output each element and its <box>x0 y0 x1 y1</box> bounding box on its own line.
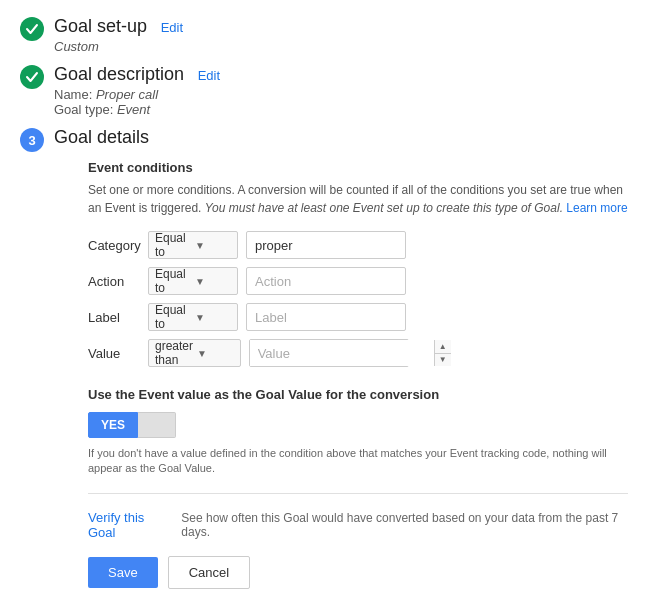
conditions-table: Category Equal to ▼ Action Equal to ▼ <box>88 231 628 367</box>
step2-type-value: Event <box>117 102 150 117</box>
event-conditions-desc2: You must have at least one Event set up … <box>205 201 563 215</box>
toggle-yes-button[interactable]: YES <box>88 412 138 438</box>
step3-title: Goal details <box>54 127 149 147</box>
step2-type-line: Goal type: Event <box>54 102 628 117</box>
toggle-container: YES <box>88 412 628 438</box>
condition-input-action[interactable] <box>246 267 406 295</box>
step3-content: Goal details Event conditions Set one or… <box>54 127 628 591</box>
condition-select-category-arrow: ▼ <box>195 240 231 251</box>
condition-row-category: Category Equal to ▼ <box>88 231 628 259</box>
step2-row: Goal description Edit Name: Proper call … <box>20 64 628 117</box>
condition-label-action: Action <box>88 274 148 289</box>
condition-row-label: Label Equal to ▼ <box>88 303 628 331</box>
verify-goal-link[interactable]: Verify this Goal <box>88 510 171 540</box>
step3-number-icon: 3 <box>20 128 44 152</box>
save-button[interactable]: Save <box>88 557 158 588</box>
step3-row: 3 Goal details Event conditions Set one … <box>20 127 628 591</box>
condition-row-value: Value greater than ▼ ▲ ▼ <box>88 339 628 367</box>
condition-select-action[interactable]: Equal to ▼ <box>148 267 238 295</box>
condition-label-label: Label <box>88 310 148 325</box>
condition-select-value[interactable]: greater than ▼ <box>148 339 241 367</box>
step1-check-icon <box>20 17 44 41</box>
step2-check-icon <box>20 65 44 89</box>
step2-content: Goal description Edit Name: Proper call … <box>54 64 628 117</box>
condition-select-category[interactable]: Equal to ▼ <box>148 231 238 259</box>
spinner-arrows: ▲ ▼ <box>434 340 451 366</box>
step1-title: Goal set-up <box>54 16 147 36</box>
learn-more-link[interactable]: Learn more <box>566 201 627 215</box>
spinner-down-arrow[interactable]: ▼ <box>435 354 451 367</box>
step1-edit-link[interactable]: Edit <box>161 20 183 35</box>
condition-select-action-arrow: ▼ <box>195 276 231 287</box>
step2-type-label: Goal type: <box>54 102 113 117</box>
event-conditions-desc: Set one or more conditions. A conversion… <box>88 181 628 217</box>
condition-input-category[interactable] <box>246 231 406 259</box>
value-spinner-container: ▲ ▼ <box>249 339 409 367</box>
condition-select-value-arrow: ▼ <box>197 348 234 359</box>
divider <box>88 493 628 494</box>
page-container: Goal set-up Edit Custom Goal description… <box>0 0 648 591</box>
condition-select-label-value: Equal to <box>155 303 191 331</box>
condition-select-action-value: Equal to <box>155 267 191 295</box>
action-buttons: Save Cancel <box>88 556 628 589</box>
condition-select-label-arrow: ▼ <box>195 312 231 323</box>
step2-title: Goal description <box>54 64 184 84</box>
toggle-no-button[interactable] <box>138 412 176 438</box>
step1-row: Goal set-up Edit Custom <box>20 16 628 54</box>
event-value-title: Use the Event value as the Goal Value fo… <box>88 387 628 402</box>
step2-name-label: Name: <box>54 87 92 102</box>
event-conditions-title: Event conditions <box>88 160 628 175</box>
event-value-note: If you don't have a value defined in the… <box>88 446 628 477</box>
spinner-up-arrow[interactable]: ▲ <box>435 340 451 354</box>
verify-section: Verify this Goal See how often this Goal… <box>88 510 628 540</box>
verify-desc: See how often this Goal would have conve… <box>181 511 628 539</box>
step1-content: Goal set-up Edit Custom <box>54 16 628 54</box>
step2-edit-link[interactable]: Edit <box>198 68 220 83</box>
condition-row-action: Action Equal to ▼ <box>88 267 628 295</box>
condition-select-category-value: Equal to <box>155 231 191 259</box>
condition-label-category: Category <box>88 238 148 253</box>
step1-subtitle: Custom <box>54 39 628 54</box>
condition-input-label[interactable] <box>246 303 406 331</box>
step2-name-value: Proper call <box>96 87 158 102</box>
event-value-section: Use the Event value as the Goal Value fo… <box>88 387 628 477</box>
condition-label-value: Value <box>88 346 148 361</box>
condition-select-value-text: greater than <box>155 339 193 367</box>
step2-name-line: Name: Proper call <box>54 87 628 102</box>
goal-details-section: Event conditions Set one or more conditi… <box>88 160 628 589</box>
cancel-button[interactable]: Cancel <box>168 556 250 589</box>
condition-input-value[interactable] <box>250 340 434 366</box>
condition-select-label[interactable]: Equal to ▼ <box>148 303 238 331</box>
